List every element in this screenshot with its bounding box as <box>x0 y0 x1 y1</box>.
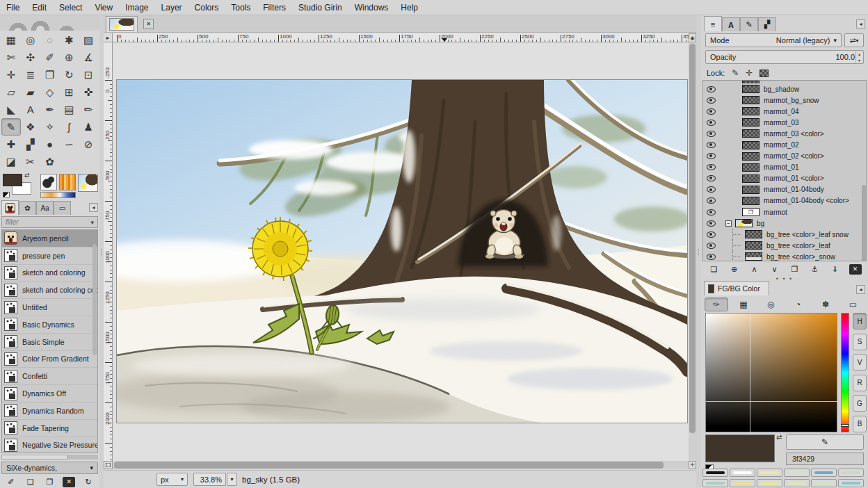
horizontal-scrollbar[interactable] <box>113 461 689 469</box>
dynamics-item[interactable]: sketch and coloring <box>2 265 97 282</box>
active-image-thumbnail[interactable] <box>78 174 98 192</box>
layer-list-scrollbar[interactable] <box>862 185 866 261</box>
mode-group-switch-button[interactable]: ⇌ ▾ <box>844 33 864 47</box>
menu-image[interactable]: Image <box>119 0 154 15</box>
handle-transform-tool[interactable]: ✜ <box>79 83 98 101</box>
dynamics-set-select[interactable]: SiXe-dynamics, ▾ <box>1 462 98 474</box>
layer-row[interactable]: marmot_01-04body <color> <box>703 195 866 206</box>
visibility-eye-icon[interactable] <box>707 164 716 170</box>
visibility-eye-icon[interactable] <box>707 142 716 148</box>
menu-file[interactable]: File <box>0 0 26 15</box>
layer-mode-select[interactable]: Mode Normal (legacy) ▾ <box>705 33 842 47</box>
tab-paths[interactable]: ✎ <box>740 17 758 31</box>
bucket-fill-tool[interactable]: ◣ <box>1 101 21 118</box>
visibility-eye-icon[interactable] <box>707 254 716 260</box>
dynamics-item[interactable]: pressure pen <box>2 247 97 265</box>
move-tool[interactable]: ✛ <box>1 66 21 83</box>
active-pattern-preview[interactable] <box>59 174 76 190</box>
tab-layers[interactable]: ≡ <box>704 16 722 31</box>
history-swatch[interactable] <box>757 469 782 477</box>
scissors-select-tool[interactable]: ✄ <box>1 49 21 66</box>
measure-tool[interactable]: ∡ <box>79 49 98 66</box>
edit-dynamics-button[interactable]: ✐ <box>5 477 17 487</box>
visibility-eye-icon[interactable] <box>707 153 716 159</box>
smudge-tool[interactable]: ∽ <box>59 136 79 153</box>
shear-tool[interactable]: ▱ <box>1 83 21 101</box>
visibility-eye-icon[interactable] <box>707 197 716 204</box>
foreground-color-swatch[interactable] <box>3 174 22 186</box>
visibility-eye-icon[interactable] <box>707 231 716 238</box>
anchor-layer-button[interactable]: ⚓ <box>809 264 821 275</box>
horizontal-ruler[interactable]: 0 250 500 750 1000 1250 1500 1750 2000 2… <box>113 33 689 42</box>
visibility-eye-icon[interactable] <box>707 120 716 126</box>
tab-dynamics[interactable] <box>1 200 19 215</box>
visibility-eye-icon[interactable] <box>707 108 716 115</box>
duplicate-dynamics-button[interactable]: ❐ <box>43 477 56 487</box>
channel-r-button[interactable]: R <box>853 375 867 391</box>
dodge-burn-tool[interactable]: ⊘ <box>79 136 98 153</box>
free-select-tool[interactable]: ◌ <box>40 31 60 49</box>
ellipse-select-tool[interactable]: ◎ <box>21 31 40 49</box>
history-swatch[interactable] <box>784 479 810 487</box>
transform-3d-tool[interactable]: ◇ <box>40 83 60 101</box>
color-wheel-tab[interactable]: ◎ <box>759 298 782 311</box>
tab-document-history[interactable]: ▭ <box>54 201 71 215</box>
foreground-select-tool[interactable]: ✿ <box>40 153 60 170</box>
history-swatch[interactable] <box>730 479 755 487</box>
saturation-value-square[interactable] <box>705 313 837 432</box>
pencil-tool[interactable]: ✏ <box>79 101 98 118</box>
scrollbar-thumb[interactable] <box>689 44 696 433</box>
tab-channels[interactable]: A <box>722 17 740 31</box>
hue-slider[interactable] <box>841 313 849 432</box>
blur-sharpen-tool[interactable]: ● <box>40 136 60 153</box>
duplicate-layer-button[interactable]: ❐ <box>789 264 801 275</box>
color-dock-menu-button[interactable]: ◂ <box>856 285 865 294</box>
scale-tool[interactable]: ⊡ <box>79 66 98 83</box>
visibility-eye-icon[interactable] <box>707 86 716 92</box>
opacity-spinner[interactable]: ▴ ▾ <box>855 51 862 63</box>
vertical-scrollbar[interactable] <box>689 42 696 461</box>
color-picker-tool[interactable]: ✐ <box>40 49 60 66</box>
new-layer-button[interactable]: ❏ <box>708 264 721 275</box>
menu-tools[interactable]: Tools <box>225 0 257 15</box>
dynamics-item[interactable]: Dynamics Off <box>2 385 97 402</box>
history-swatch[interactable] <box>757 479 782 487</box>
right-dock-menu-button[interactable]: ◂ <box>856 19 865 29</box>
select-by-color-tool[interactable]: ▨ <box>79 31 98 49</box>
lock-position-button[interactable]: ✛ <box>746 68 753 78</box>
history-swatch[interactable] <box>838 479 864 487</box>
airbrush-tool[interactable]: ✧ <box>40 118 60 136</box>
channel-b-button[interactable]: B <box>853 416 867 432</box>
swap-colors-icon[interactable]: ⇄ <box>776 433 782 441</box>
text-tool[interactable]: A <box>21 101 40 118</box>
menu-windows[interactable]: Windows <box>348 0 395 15</box>
current-color-swatch[interactable] <box>705 434 775 462</box>
align-tool[interactable]: ≣ <box>21 66 40 83</box>
active-gradient-preview[interactable] <box>40 192 76 198</box>
ruler-corner-button[interactable]: ► <box>104 33 113 42</box>
merge-layer-button[interactable]: ⇓ <box>829 264 842 275</box>
rotate-tool[interactable]: ↻ <box>59 66 79 83</box>
zoom-tool[interactable]: ⊕ <box>59 49 79 66</box>
menu-filters[interactable]: Filters <box>257 0 292 15</box>
menu-edit[interactable]: Edit <box>26 0 53 15</box>
scrollbar-thumb[interactable] <box>114 462 664 469</box>
paths-tool[interactable]: ✣ <box>21 49 40 66</box>
lower-layer-button[interactable]: ∨ <box>769 264 781 275</box>
history-swatch[interactable] <box>730 469 755 477</box>
history-swatch[interactable] <box>784 469 810 477</box>
opacity-slider[interactable]: Opacity 100.0 ▴ ▾ <box>705 50 864 64</box>
cage-transform-tool[interactable]: ◪ <box>1 153 21 170</box>
scissors-tool[interactable]: ✂ <box>21 153 40 170</box>
dynamics-filter-input[interactable]: filter ▾ <box>1 216 98 228</box>
unit-select[interactable]: px ▾ <box>156 473 188 486</box>
dynamics-item[interactable]: Dynamics Random <box>2 402 97 420</box>
menu-select[interactable]: Select <box>53 0 88 15</box>
layer-row[interactable]: bg_tree <color>_leaf snow <box>703 229 866 240</box>
active-brush-preview[interactable] <box>40 174 57 190</box>
left-dock-menu-button[interactable]: ◂ <box>89 203 98 212</box>
heal-tool[interactable]: ✚ <box>1 136 21 153</box>
tab-fgbg-color[interactable]: FG/BG Color <box>704 281 769 295</box>
delete-dynamics-button[interactable]: ✕ <box>63 477 75 487</box>
dynamics-item[interactable]: Color From Gradient <box>2 351 97 368</box>
